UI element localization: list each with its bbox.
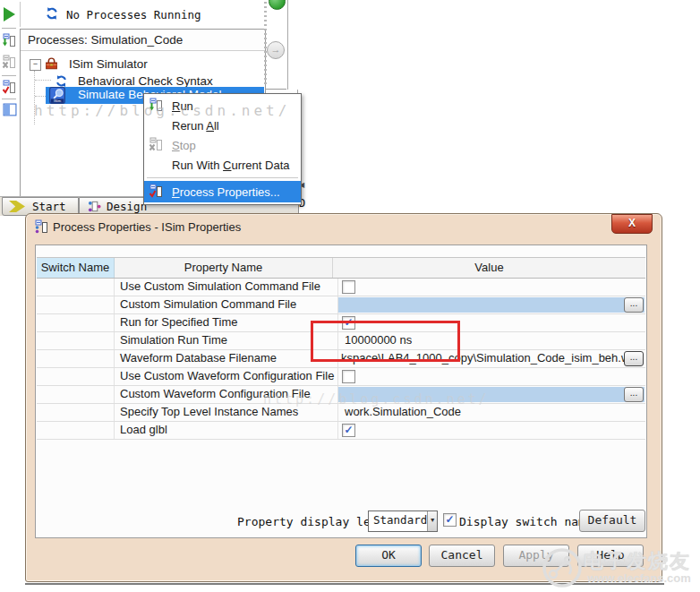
- toolbar-separator: [2, 28, 16, 29]
- panel-splitter[interactable]: [264, 2, 267, 84]
- column-header-value[interactable]: Value: [333, 258, 645, 278]
- column-header-switch-name[interactable]: Switch Name: [37, 258, 115, 278]
- property-name-cell: Simulation Run Time: [115, 332, 338, 349]
- menu-separator: [147, 177, 298, 178]
- elecfans-watermark: 电子发烧友 www.elecfans.com: [535, 546, 700, 589]
- run-play-icon[interactable]: [4, 7, 15, 21]
- start-arrow-icon: [9, 201, 25, 212]
- checkbox-unchecked[interactable]: [342, 370, 355, 383]
- circle-arrow-icon[interactable]: →: [267, 41, 285, 59]
- left-toolbar: [0, 0, 19, 213]
- refresh-icon: [55, 74, 68, 88]
- red-highlight-annotation: [311, 321, 460, 362]
- tree-connector: [35, 80, 51, 82]
- columns-view-icon[interactable]: [3, 103, 17, 117]
- tree-expander-icon[interactable]: −: [30, 59, 41, 71]
- ok-button[interactable]: OK: [355, 545, 422, 567]
- switch-name-cell: [37, 279, 115, 296]
- close-button[interactable]: X: [611, 214, 653, 234]
- toolbar-separator: [2, 99, 16, 99]
- property-name-cell: Run for Specified Time: [115, 314, 338, 331]
- property-name-cell: Use Custom Simulation Command File: [115, 279, 338, 296]
- dropdown-value: Standard: [369, 511, 427, 531]
- value-cell: [338, 279, 645, 296]
- switch-name-cell: [37, 350, 115, 367]
- property-name-cell: Use Custom Waveform Configuration File: [115, 368, 338, 385]
- switch-name-cell: [37, 422, 115, 439]
- tab-label[interactable]: Start: [32, 200, 66, 213]
- refresh-icon: [45, 6, 59, 21]
- tree-connector: [35, 96, 46, 98]
- toolbar-separator: [2, 75, 16, 76]
- process-status-bar: No Processes Running: [20, 0, 265, 28]
- property-name-cell: Load glbl: [115, 422, 338, 439]
- rerun-process-icon[interactable]: [2, 80, 16, 94]
- tab-label[interactable]: Design: [107, 200, 147, 213]
- dialog-title: Process Properties - ISim Properties: [53, 220, 241, 234]
- menu-item-label: Stop: [172, 139, 196, 152]
- menu-item-stop: Stop: [144, 135, 301, 155]
- table-header: Switch Name Property Name Value: [37, 258, 645, 279]
- run-process-icon[interactable]: [2, 33, 16, 47]
- value-cell: [338, 368, 645, 385]
- design-icon: [88, 200, 101, 213]
- menu-item-label[interactable]: Run With Current Data: [172, 159, 290, 172]
- column-header-property-name[interactable]: Property Name: [115, 258, 333, 278]
- process-properties-icon: [149, 184, 166, 201]
- menu-item-process-properties[interactable]: Process Properties...: [144, 181, 301, 202]
- csdn-watermark: http://blog.csdn.net/: [263, 391, 490, 408]
- browse-button[interactable]: ...: [624, 387, 644, 402]
- table-row: Use Custom Waveform Configuration File: [37, 368, 645, 386]
- csdn-watermark: http://blog.csdn.net/: [34, 102, 290, 119]
- elecfans-logo-icon: [541, 546, 584, 589]
- menu-item-label[interactable]: Process Properties...: [172, 185, 280, 199]
- property-name-cell: Waveform Database Filename: [115, 350, 338, 367]
- browse-button[interactable]: ...: [624, 351, 644, 366]
- switch-name-cell: [37, 314, 115, 331]
- processes-panel-header: Processes: Simulation_Code: [21, 30, 265, 51]
- divider: [265, 89, 286, 90]
- switch-name-cell: [37, 332, 115, 349]
- toolbox-icon: [44, 56, 59, 72]
- display-switch-names-checkbox[interactable]: ✓: [443, 513, 457, 527]
- green-status-icon: [269, 0, 286, 10]
- default-button[interactable]: Default: [579, 510, 645, 532]
- menu-item-label[interactable]: Rerun All: [172, 119, 219, 133]
- stop-process-icon: [149, 137, 166, 154]
- status-text: No Processes Running: [66, 8, 201, 21]
- switch-name-cell: [37, 296, 115, 313]
- panel-edge: [287, 0, 288, 90]
- value-cell: ...: [338, 296, 645, 313]
- tree-item-label[interactable]: ISim Simulator: [69, 56, 148, 73]
- switch-name-cell: [37, 368, 115, 385]
- table-row: Custom Simulation Command File ...: [37, 296, 645, 314]
- table-row: Load glbl ✓: [37, 422, 645, 440]
- value-cell: ✓: [338, 422, 645, 439]
- arrow-glyph: →: [271, 44, 281, 55]
- checkbox-unchecked[interactable]: [342, 280, 355, 294]
- switch-name-cell: [37, 404, 115, 421]
- checkbox-checked[interactable]: ✓: [342, 424, 355, 437]
- chevron-down-icon[interactable]: ▼: [427, 511, 437, 531]
- divider: [20, 2, 21, 27]
- browse-button[interactable]: ...: [624, 297, 644, 313]
- switch-name-cell: [37, 386, 115, 403]
- menu-item-run-with-current-data[interactable]: Run With Current Data: [144, 155, 301, 175]
- file-value-field[interactable]: [338, 297, 645, 313]
- property-name-cell: Custom Simulation Command File: [115, 296, 338, 313]
- process-properties-icon: [34, 219, 48, 234]
- table-row: Use Custom Simulation Command File: [37, 279, 645, 296]
- elecfans-brand-url: www.elecfans.com: [587, 571, 691, 585]
- display-level-dropdown[interactable]: Standard ▼: [368, 510, 438, 532]
- stop-process-icon: [2, 55, 16, 69]
- cancel-button[interactable]: Cancel: [429, 545, 495, 567]
- screen: No Processes Running Processes: Simulati…: [0, 0, 700, 592]
